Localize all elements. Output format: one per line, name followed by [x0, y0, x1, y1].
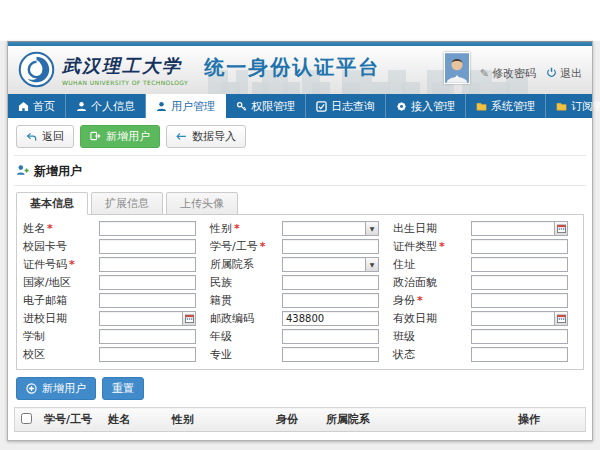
field-grade	[282, 329, 379, 344]
campus-input[interactable]	[99, 347, 196, 362]
field-campus	[99, 347, 196, 362]
status-input[interactable]	[471, 347, 568, 362]
section-header: 新增用户	[14, 156, 586, 186]
col-header-name: 姓名	[102, 408, 166, 432]
major-input[interactable]	[282, 347, 379, 362]
page-header: 武汉理工大学 WUHAN UNIVERSITY OF TECHNOLOGY 统一…	[8, 46, 592, 94]
app-window: 武汉理工大学 WUHAN UNIVERSITY OF TECHNOLOGY 统一…	[7, 41, 593, 441]
field-label-class: 班级	[393, 329, 457, 344]
field-label-country-region: 国家/地区	[23, 275, 85, 290]
import-arrow-icon	[176, 132, 187, 141]
folder-icon	[556, 101, 567, 112]
nav-item-subscription-management[interactable]: 订阅管理	[546, 94, 600, 118]
field-email	[99, 293, 196, 308]
back-button[interactable]: 返回	[16, 125, 74, 148]
log-icon	[316, 101, 327, 112]
tab-basic-info[interactable]: 基本信息	[16, 192, 88, 215]
data-import-button[interactable]: 数据导入	[166, 125, 246, 148]
calendar-icon[interactable]	[554, 222, 567, 235]
submit-add-user-button[interactable]: 新增用户	[16, 377, 96, 400]
field-department: ▼	[282, 257, 379, 272]
tab-extended-info[interactable]: 扩展信息	[91, 192, 163, 215]
chevron-down-icon[interactable]: ▼	[365, 258, 378, 271]
field-label-student-id: 学号/工号*	[210, 239, 268, 254]
political-status-input[interactable]	[471, 275, 568, 290]
postal-code-input[interactable]	[282, 311, 379, 326]
nav-item-profile[interactable]: 个人信息	[66, 94, 146, 118]
university-logo-icon	[18, 51, 55, 88]
field-class	[471, 329, 568, 344]
home-icon	[18, 101, 29, 112]
required-asterisk: *	[234, 222, 240, 235]
field-address	[471, 257, 568, 272]
field-school-length	[99, 329, 196, 344]
calendar-icon[interactable]	[182, 312, 195, 325]
student-id-input[interactable]	[282, 239, 379, 254]
country-region-input[interactable]	[99, 275, 196, 290]
plus-circle-icon	[26, 383, 37, 394]
id-type-input[interactable]	[471, 239, 568, 254]
field-valid-date	[471, 311, 568, 326]
key-icon	[236, 101, 247, 112]
field-label-valid-date: 有效日期	[393, 311, 457, 326]
nav-item-label: 首页	[33, 99, 55, 114]
email-input[interactable]	[99, 293, 196, 308]
back-button-label: 返回	[42, 129, 64, 144]
field-identity	[471, 293, 568, 308]
field-label-birth-date: 出生日期	[393, 221, 457, 236]
add-user-toolbar-button[interactable]: 新增用户	[80, 125, 160, 148]
form-grid: 姓名*性别*▼出生日期校园卡号学号/工号*证件类型*证件号码*所属院系▼住址国家…	[23, 221, 577, 362]
nav-item-home[interactable]: 首页	[8, 94, 66, 118]
tab-bar: 基本信息 扩展信息 上传头像	[16, 192, 584, 214]
grade-input[interactable]	[282, 329, 379, 344]
nav-item-system-management[interactable]: 系统管理	[466, 94, 546, 118]
field-label-gender: 性别*	[210, 221, 268, 236]
required-asterisk: *	[439, 240, 445, 253]
university-name: 武汉理工大学	[62, 54, 188, 78]
logout-link[interactable]: 退出	[546, 66, 582, 81]
campus-card-input[interactable]	[99, 239, 196, 254]
main-nav: 首页个人信息用户管理权限管理日志查询接入管理系统管理订阅管理	[8, 94, 592, 118]
nav-item-permission-management[interactable]: 权限管理	[226, 94, 306, 118]
field-label-campus: 校区	[23, 347, 85, 362]
reset-button[interactable]: 重置	[102, 377, 144, 400]
ethnicity-input[interactable]	[282, 275, 379, 290]
nav-item-label: 用户管理	[171, 99, 215, 114]
field-label-department: 所属院系	[210, 257, 268, 272]
calendar-icon[interactable]	[554, 312, 567, 325]
field-label-major: 专业	[210, 347, 268, 362]
field-political-status	[471, 275, 568, 290]
field-label-enroll-date: 进校日期	[23, 311, 85, 326]
change-password-link[interactable]: ✎ 修改密码	[480, 66, 536, 81]
field-id-type	[471, 239, 568, 254]
nav-item-access-management[interactable]: 接入管理	[386, 94, 466, 118]
field-label-identity: 身份*	[393, 293, 457, 308]
id-number-input[interactable]	[99, 257, 196, 272]
form-actions: 新增用户 重置	[16, 377, 584, 400]
submit-add-user-label: 新增用户	[42, 381, 86, 396]
reset-button-label: 重置	[112, 381, 134, 396]
nav-item-user-management[interactable]: 用户管理	[146, 94, 226, 118]
user-area: ✎ 修改密码 退出	[444, 52, 582, 84]
nav-item-log-query[interactable]: 日志查询	[306, 94, 386, 118]
address-input[interactable]	[471, 257, 568, 272]
native-place-input[interactable]	[282, 293, 379, 308]
school-length-input[interactable]	[99, 329, 196, 344]
field-label-email: 电子邮箱	[23, 293, 85, 308]
gear-icon	[396, 101, 407, 112]
nav-item-label: 订阅管理	[571, 99, 600, 114]
field-label-political-status: 政治面貌	[393, 275, 457, 290]
identity-input[interactable]	[471, 293, 568, 308]
toolbar: 返回 新增用户 数据导入	[14, 122, 586, 156]
select-all-checkbox[interactable]	[21, 413, 32, 424]
name-input[interactable]	[99, 221, 196, 236]
chevron-down-icon[interactable]: ▼	[365, 222, 378, 235]
class-input[interactable]	[471, 329, 568, 344]
field-birth-date	[471, 221, 568, 236]
field-postal-code	[282, 311, 379, 326]
logout-label: 退出	[560, 66, 582, 81]
field-label-name: 姓名*	[23, 221, 85, 236]
field-label-address: 住址	[393, 257, 457, 272]
col-header-gender: 性别	[166, 408, 270, 432]
tab-upload-avatar[interactable]: 上传头像	[166, 192, 238, 215]
